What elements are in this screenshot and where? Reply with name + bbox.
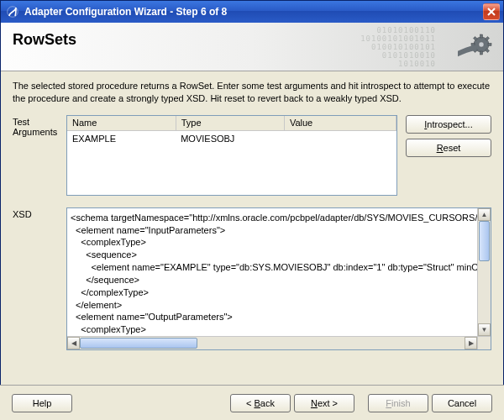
page-title: RowSets (13, 31, 491, 49)
cell-name: EXAMPLE (67, 131, 176, 146)
svg-rect-3 (480, 34, 483, 38)
test-arguments-table[interactable]: Name Type Value EXAMPLE MOVIESOBJ (66, 115, 397, 196)
col-header-value[interactable]: Value (284, 116, 396, 131)
vertical-scrollbar[interactable]: ▲ ▼ (477, 208, 491, 336)
introspect-button[interactable]: Introspect... (406, 115, 491, 134)
scroll-up-icon[interactable]: ▲ (478, 208, 491, 221)
scroll-corner (477, 336, 491, 349)
instruction-text: The selected stored procedure returns a … (13, 80, 491, 105)
svg-rect-6 (488, 44, 491, 46)
col-header-name[interactable]: Name (67, 116, 176, 131)
back-button[interactable]: < Back (230, 394, 291, 412)
xsd-content[interactable]: <schema targetNamespace="http://xmlns.or… (67, 208, 477, 336)
titlebar: Adapter Configuration Wizard - Step 6 of… (1, 1, 503, 23)
finish-button[interactable]: Finish (368, 394, 428, 412)
reset-button[interactable]: Reset (406, 139, 491, 157)
svg-point-2 (479, 42, 484, 47)
horizontal-scrollbar[interactable]: ◀ ▶ (67, 336, 477, 349)
window-title: Adapter Configuration Wizard - Step 6 of… (24, 6, 227, 18)
help-button[interactable]: Help (12, 394, 72, 412)
scroll-thumb-vertical[interactable] (479, 221, 490, 261)
svg-rect-4 (480, 51, 483, 55)
close-button[interactable] (483, 3, 500, 20)
next-button[interactable]: Next > (294, 394, 354, 412)
wizard-footer: Help < Back Next > Finish Cancel (0, 385, 504, 420)
scroll-down-icon[interactable]: ▼ (478, 323, 491, 336)
cell-value[interactable] (284, 131, 396, 146)
cell-type: MOVIESOBJ (176, 131, 284, 146)
scroll-right-icon[interactable]: ▶ (465, 337, 477, 349)
cancel-button[interactable]: Cancel (432, 394, 492, 412)
app-icon (6, 5, 19, 18)
wizard-content: The selected stored procedure returns a … (1, 71, 503, 357)
gear-icon (458, 31, 495, 70)
xsd-label: XSD (13, 207, 66, 350)
test-arguments-label: TestArguments (13, 115, 66, 196)
xsd-textarea[interactable]: <schema targetNamespace="http://xmlns.or… (66, 207, 491, 350)
scroll-thumb-horizontal[interactable] (80, 338, 197, 349)
scroll-left-icon[interactable]: ◀ (67, 337, 80, 349)
table-row[interactable]: EXAMPLE MOVIESOBJ (67, 131, 396, 146)
wizard-header: RowSets 01010100110101001010010110100101… (1, 23, 503, 71)
col-header-type[interactable]: Type (176, 116, 284, 131)
svg-rect-5 (471, 44, 475, 46)
